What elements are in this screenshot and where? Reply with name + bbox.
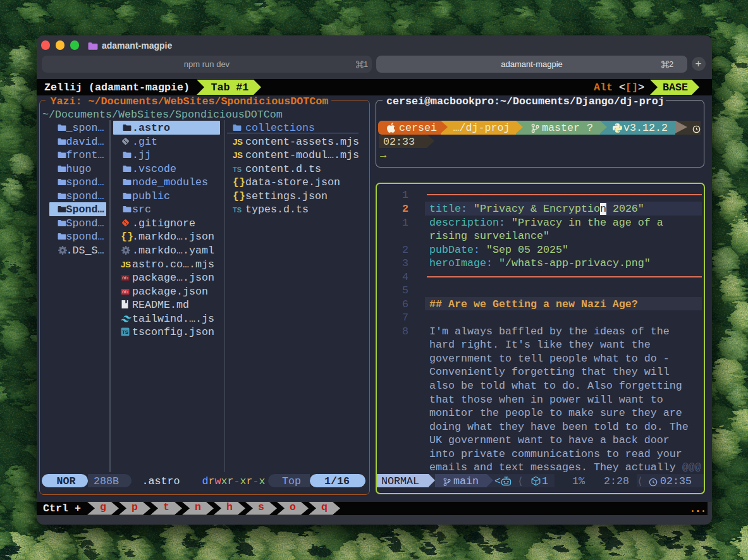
svg-text:TS: TS bbox=[122, 330, 129, 336]
